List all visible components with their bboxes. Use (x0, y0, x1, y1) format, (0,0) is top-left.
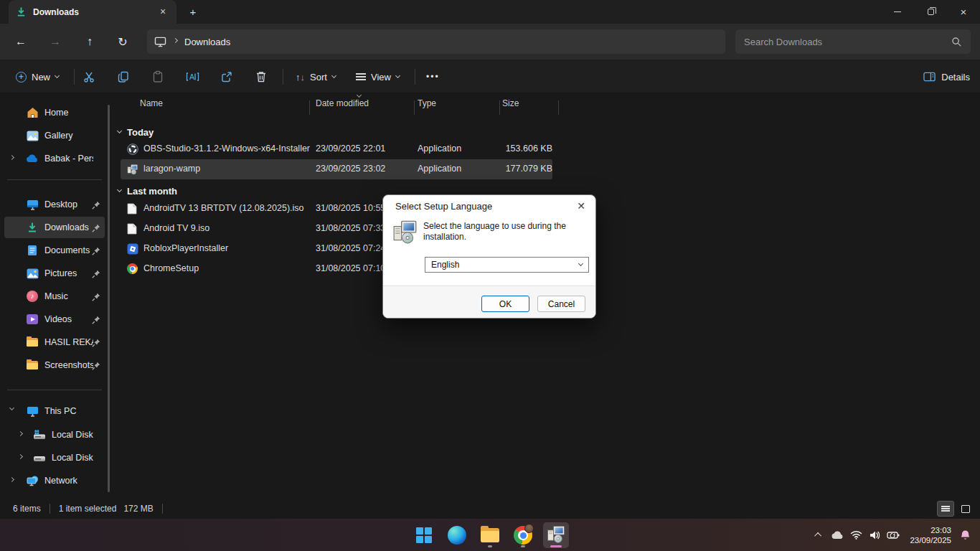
details-view-button[interactable] (937, 501, 954, 517)
wifi-icon[interactable] (847, 526, 865, 545)
sidebar-item-network[interactable]: Network (4, 470, 105, 491)
sidebar-item-hasil-rekam[interactable]: HASIL REKAM (4, 331, 105, 353)
expand-chevron-icon[interactable] (9, 155, 14, 160)
sort-ascending-icon (357, 93, 362, 98)
tray-overflow-button[interactable] (809, 526, 828, 545)
close-button[interactable]: × (947, 0, 980, 24)
desktop-icon (26, 198, 39, 211)
sidebar-item-local-disk-c[interactable]: Local Disk (C:) (4, 424, 105, 446)
up-button[interactable]: ↑ (79, 31, 100, 52)
refresh-button[interactable]: ↻ (112, 31, 133, 52)
tab-close-icon[interactable]: × (156, 6, 169, 19)
explorer-tab-downloads[interactable]: Downloads × (9, 0, 176, 24)
language-value: English (431, 260, 459, 270)
sidebar-item-home[interactable]: Home (4, 102, 105, 123)
clock-time: 23:03 (910, 525, 951, 535)
ok-button[interactable]: OK (481, 296, 529, 312)
paste-icon (151, 70, 164, 83)
sidebar-item-screenshots[interactable]: Screenshots (4, 354, 105, 376)
selection-size: 172 MB (123, 504, 153, 514)
view-button[interactable]: View (352, 67, 404, 87)
column-date-modified[interactable]: Date modified (316, 98, 369, 108)
copy-button[interactable] (115, 68, 132, 85)
collapse-chevron-icon[interactable] (117, 187, 122, 192)
expand-chevron-icon[interactable] (9, 477, 14, 482)
minimize-button[interactable] (881, 0, 914, 24)
new-button[interactable]: + New (11, 67, 63, 87)
taskbar-explorer-button[interactable] (477, 522, 503, 548)
back-button[interactable]: ← (10, 31, 32, 52)
file-type: Application (418, 143, 496, 154)
sidebar-item-label: Downloads (44, 222, 93, 232)
share-button[interactable] (218, 68, 235, 85)
sidebar-item-local-disk-d[interactable]: Local Disk (D:) (4, 447, 105, 468)
column-resize-handle[interactable] (309, 100, 310, 115)
sort-label: Sort (310, 72, 327, 83)
taskbar-edge-button[interactable] (444, 522, 470, 548)
group-header-last-month[interactable]: Last month (118, 182, 177, 199)
file-row-obs-studio[interactable]: OBS-Studio-31.1.2-Windows-x64-Installer … (121, 139, 552, 159)
column-size[interactable]: Size (502, 98, 519, 108)
rename-button[interactable]: A (184, 68, 201, 85)
sidebar-item-label: Home (44, 108, 93, 118)
sidebar-item-onedrive[interactable]: Babak - Persona (4, 148, 105, 169)
sidebar-divider (7, 390, 102, 390)
delete-button[interactable] (253, 68, 270, 85)
column-resize-handle[interactable] (414, 100, 415, 115)
address-bar[interactable]: Downloads (147, 29, 725, 54)
column-resize-handle[interactable] (499, 100, 500, 115)
onedrive-tray-icon[interactable] (828, 526, 847, 545)
paste-button[interactable] (149, 68, 166, 85)
cut-button[interactable] (80, 68, 98, 85)
file-name: OBS-Studio-31.1.2-Windows-x64-Installer (143, 143, 316, 154)
taskbar-clock[interactable]: 23:03 23/09/2025 (910, 525, 951, 545)
dialog-footer: OK Cancel (383, 286, 595, 318)
sidebar-item-videos[interactable]: Videos (4, 309, 105, 330)
column-name[interactable]: Name (140, 98, 163, 108)
collapse-chevron-icon[interactable] (117, 128, 122, 133)
sidebar-item-music[interactable]: ♪ Music (4, 286, 105, 307)
search-box[interactable]: Search Downloads (735, 29, 971, 54)
downloads-icon (26, 221, 39, 234)
group-header-today[interactable]: Today (118, 123, 154, 141)
sidebar-item-documents[interactable]: Documents (4, 240, 105, 261)
dialog-close-icon[interactable]: ✕ (573, 198, 590, 214)
taskbar-setup-button[interactable] (543, 522, 569, 548)
forward-button[interactable]: → (44, 31, 66, 52)
expand-chevron-icon[interactable] (18, 431, 23, 436)
breadcrumb[interactable]: Downloads (184, 37, 230, 47)
sidebar-item-downloads[interactable]: Downloads (4, 217, 105, 238)
chrome-icon (514, 526, 532, 545)
details-pane-button[interactable]: Details (923, 67, 970, 87)
language-dropdown[interactable]: English (425, 257, 589, 273)
volume-icon[interactable] (865, 526, 884, 545)
start-button[interactable] (411, 522, 437, 548)
dialog-message: Select the language to use during the in… (423, 221, 585, 242)
expand-chevron-icon[interactable] (18, 454, 23, 459)
restore-button[interactable] (914, 0, 947, 24)
sidebar-item-label: Local Disk (C:) (52, 430, 93, 440)
videos-icon (26, 313, 39, 326)
cancel-button[interactable]: Cancel (537, 296, 585, 312)
file-row-laragon-wamp[interactable]: laragon-wamp 23/09/2025 23:02 Applicatio… (121, 159, 552, 179)
taskbar-chrome-button[interactable] (510, 522, 536, 548)
sort-button[interactable]: ↑↓ Sort (291, 67, 340, 87)
collapse-chevron-icon[interactable] (9, 405, 14, 410)
notifications-bell-icon[interactable] (956, 526, 974, 545)
sidebar-item-pictures[interactable]: Pictures (4, 263, 105, 284)
sidebar-item-this-pc[interactable]: This PC (4, 400, 105, 422)
pictures-icon (26, 267, 39, 280)
chevron-up-icon (814, 532, 821, 540)
sidebar-item-gallery[interactable]: Gallery (4, 125, 105, 146)
large-icons-view-button[interactable] (957, 501, 974, 517)
new-tab-button[interactable]: + (185, 5, 201, 19)
sidebar-item-desktop[interactable]: Desktop (4, 194, 105, 215)
sidebar-scrollbar[interactable] (108, 105, 110, 492)
column-resize-handle[interactable] (558, 100, 559, 115)
column-type[interactable]: Type (418, 98, 436, 108)
sidebar-item-label: Gallery (44, 131, 93, 141)
search-icon[interactable] (951, 37, 962, 47)
file-name: laragon-wamp (143, 164, 316, 174)
more-options-button[interactable]: ••• (422, 67, 444, 87)
battery-icon[interactable] (884, 526, 903, 545)
